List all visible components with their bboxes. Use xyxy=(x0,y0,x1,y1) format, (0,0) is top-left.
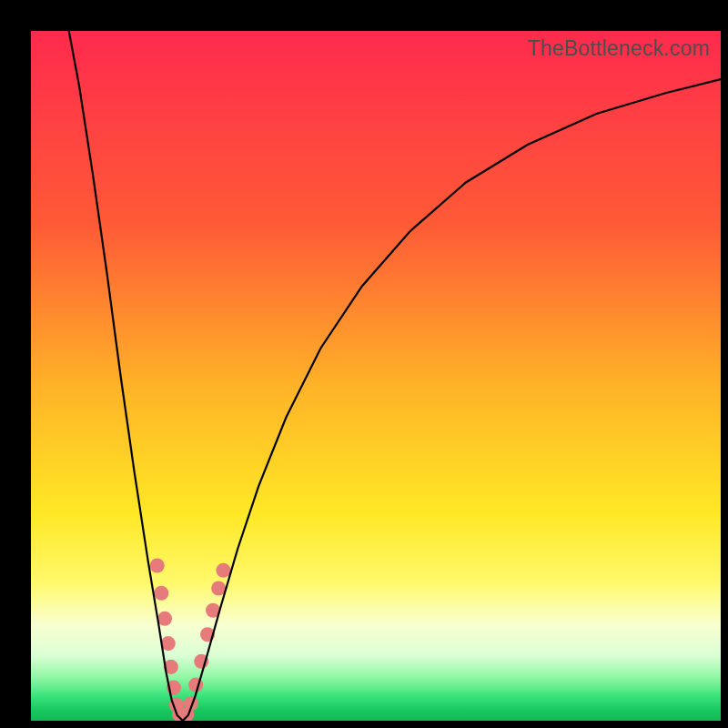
marker-group xyxy=(150,558,231,721)
marker-point xyxy=(216,563,230,578)
marker-point xyxy=(150,558,165,572)
chart-frame: TheBottleneck.com xyxy=(0,0,728,728)
curves-layer xyxy=(31,31,721,721)
plot-area: TheBottleneck.com xyxy=(31,31,721,721)
marker-point xyxy=(154,586,168,601)
bottleneck-curve-right xyxy=(183,79,721,721)
marker-point xyxy=(157,612,172,626)
